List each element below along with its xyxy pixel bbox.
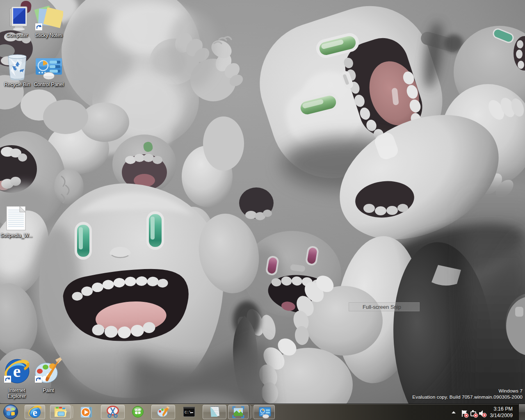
svg-text:e: e — [32, 407, 37, 418]
svg-text:3/14/2009: 3/14/2009 — [490, 413, 513, 418]
svg-text:C:\: C:\ — [185, 411, 191, 415]
svg-text:e: e — [13, 362, 21, 381]
svg-text:3:16 PM: 3:16 PM — [493, 406, 513, 412]
